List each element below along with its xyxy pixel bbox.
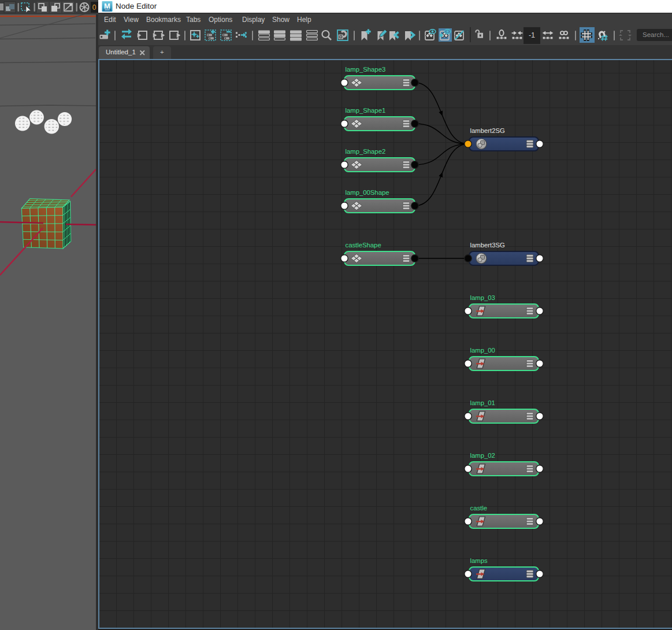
svg-text:0: 0: [92, 3, 96, 12]
